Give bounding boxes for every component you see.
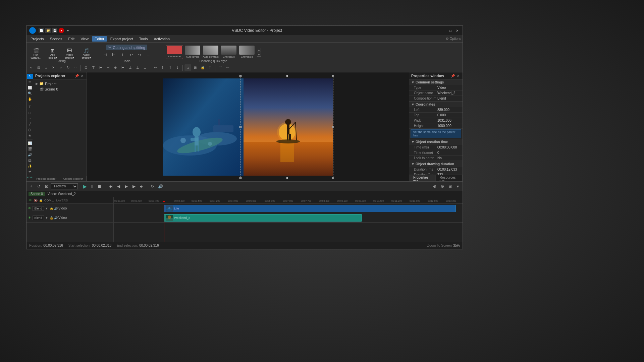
align-tc-btn[interactable]: ⊤ [90,64,97,71]
handle-bl[interactable] [239,177,241,179]
record-icon[interactable]: ● [59,28,64,33]
crop-btn[interactable]: ⊡ [35,64,42,71]
common-settings-section[interactable]: ▼ Common settings [409,79,463,85]
align-mc-btn[interactable]: ⊕ [112,64,119,71]
menu-activation[interactable]: Activation [151,36,172,42]
pause-btn[interactable]: ⏸ [89,183,96,190]
run-wizard-button[interactable]: 🎬 Run Wizard... [28,48,44,59]
cutting-splitting-tool[interactable]: ✂ Cutting and splitting [106,45,147,50]
flip-btn[interactable]: ↔ [72,64,79,71]
hand-tool[interactable]: ✋ [27,97,33,102]
properties-window-tab[interactable]: Properties win... [409,175,436,181]
menu-edit[interactable]: Edit [65,36,77,42]
save-icon[interactable]: 💾 [52,28,57,33]
handle-tr[interactable] [332,75,334,77]
handle-tl[interactable] [239,75,241,77]
cut-left-icon[interactable]: ⊣ [101,51,109,59]
timeline-add-btn[interactable]: ＋ [28,183,35,190]
cross-btn[interactable]: ✕ [50,64,57,71]
menu-scenes[interactable]: Scenes [47,36,65,42]
play-btn[interactable]: ▶ [82,183,88,190]
align-tl-btn[interactable]: ⊡ [83,64,89,71]
object-creation-time-section[interactable]: ▼ Object creation time [409,139,463,145]
handle-bc[interactable] [286,177,288,179]
clip-life[interactable]: Life_ [164,205,456,212]
project-explorer-close-icon[interactable]: ✕ [80,73,85,78]
pencil-btn[interactable]: ✏ [224,64,231,71]
select-tool-btn[interactable]: ↖ [28,64,35,71]
vol-btn[interactable]: 🔊 [157,183,164,190]
align-bc-btn[interactable]: ⊥ [134,64,141,71]
audio-tool[interactable]: 🔊 [27,152,33,157]
pencil-tool[interactable]: ✏ [27,79,33,84]
properties-pin-icon[interactable]: 📌 [450,73,455,78]
split-icon[interactable]: ⊥ [118,51,126,59]
handle-tc[interactable] [286,75,288,77]
align-ml-btn[interactable]: ⊣ [105,64,111,71]
timeline-snap-btn[interactable]: ⊠ [43,183,50,190]
skip-to-end-btn[interactable]: ⏭ [138,183,145,190]
align-tr-btn[interactable]: ⊢ [97,64,104,71]
text-btn[interactable]: T [207,64,213,71]
track1-blend[interactable]: Blend [33,206,44,211]
quick-style-grayscale-2[interactable]: Grayscale [238,46,256,59]
track2-blend[interactable]: Blend [33,216,44,220]
dropdown-icon[interactable]: ▾ [65,28,70,33]
new-project-icon[interactable]: 📄 [39,28,44,33]
add-object-button[interactable]: ⊞ Addobject▾ [45,48,61,59]
track1-eye[interactable]: 👁 [27,206,32,211]
zoom-tool[interactable]: 🔍 [27,91,33,96]
dist-h-btn[interactable]: ⇔ [152,64,159,71]
fit-btn[interactable]: ⊞ [447,183,453,190]
send-back-btn[interactable]: ⇓ [174,64,181,71]
ungroup-btn[interactable]: ⊞ [192,64,199,71]
stop-btn[interactable]: ⏹ [96,183,103,190]
quick-style-auto-levels[interactable]: Auto levels [184,46,201,59]
effect-tool[interactable]: ✨ [27,164,33,169]
pointer-tool[interactable]: ↖ [27,74,33,79]
bezier-btn[interactable]: ⌒ [217,64,224,71]
projects-explorer-tab[interactable]: Projects explorer [33,176,60,181]
rect-tool[interactable]: □ [27,110,33,115]
next-frame-btn[interactable]: ▶ [130,183,137,190]
more-tl-btn[interactable]: ▾ [454,183,461,190]
preview-dropdown[interactable]: Preview [51,183,78,189]
align-br-btn[interactable]: ⊥ [142,64,148,71]
dist-v-btn[interactable]: ⇕ [159,64,166,71]
menu-tools[interactable]: Tools [137,36,151,42]
chart-tool[interactable]: 📊 [27,141,33,146]
zoom-out-btn[interactable]: ⊖ [439,183,446,190]
prev-frame-btn[interactable]: ◀ [115,183,122,190]
object-drawing-duration-section[interactable]: ▼ Object drawing duration [409,161,463,167]
playhead[interactable] [164,204,164,242]
undo-cut-icon[interactable]: ↩ [127,51,135,59]
settings-icon[interactable]: ⚙ ⚙Options [446,37,461,41]
cut-right-icon[interactable]: ⊢ [110,51,118,59]
track1-lock[interactable]: 🔒 [49,206,53,210]
video-tool[interactable]: 🎬 [27,146,33,152]
menu-export-project[interactable]: Export project [108,36,136,42]
circle-tool[interactable]: ○ [27,116,33,121]
quick-style-grayscale-1[interactable]: Grayscale [220,46,237,59]
timeline-loop-btn[interactable]: ↺ [36,183,42,190]
handle-br[interactable] [332,177,334,179]
master-track-mute[interactable]: 🔇 [34,198,38,202]
objects-explorer-tab[interactable]: Objects explorer [60,176,87,181]
transition-tool[interactable]: ⇄ [27,169,33,174]
track1-arrow[interactable]: ▼ [45,206,49,210]
play2-btn[interactable]: ▶ [123,183,129,190]
menu-view[interactable]: View [78,36,91,42]
line-tool[interactable]: ╱ [27,122,33,127]
close-button[interactable]: ✕ [454,28,460,33]
project-tree-project[interactable]: ▶ 📁 Project [35,81,85,86]
track2-arrow[interactable]: ▼ [45,216,49,220]
minimize-button[interactable]: — [441,28,446,33]
rect-btn[interactable]: □ [43,64,49,71]
align-mr-btn[interactable]: ⊢ [119,64,126,71]
resources-window-tab[interactable]: Resources win... [436,175,463,181]
quick-style-remove-all[interactable]: Remove all [166,46,183,59]
track2-vol[interactable]: 🔊 [54,216,58,220]
color-tool[interactable]: RGB [27,175,33,180]
star-tool[interactable]: ★ [27,133,33,138]
clip-weekend[interactable]: Weekend_2 [164,214,362,222]
